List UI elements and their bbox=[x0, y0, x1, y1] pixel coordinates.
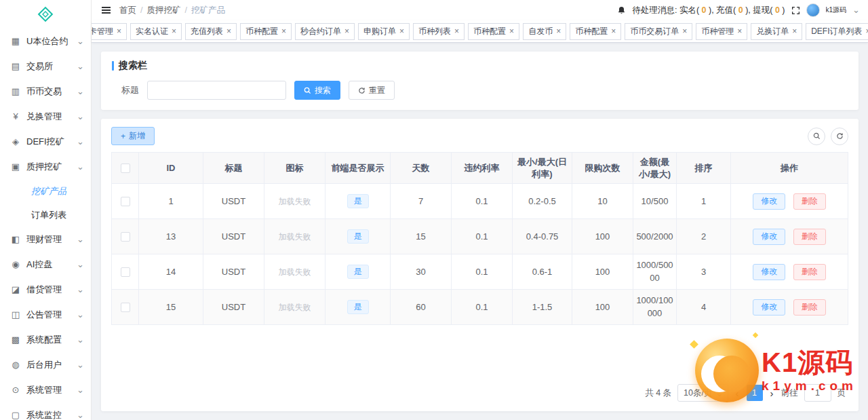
reset-button[interactable]: 重置 bbox=[349, 81, 395, 100]
sidebar-item-swap-manage[interactable]: ¥ 兑换管理 ⌄ bbox=[0, 104, 91, 129]
icon-load-failed-text: 加载失败 bbox=[278, 196, 312, 207]
tab-coin-config-2[interactable]: 币种配置× bbox=[468, 23, 519, 40]
close-icon[interactable]: × bbox=[792, 27, 797, 35]
tab-coin-list[interactable]: 币种列表× bbox=[413, 23, 465, 40]
tab-self-coin[interactable]: 自发币× bbox=[523, 23, 566, 40]
bell-icon[interactable] bbox=[617, 6, 626, 15]
row-checkbox[interactable] bbox=[121, 267, 130, 277]
tab-subscribe-orders[interactable]: 申购订单× bbox=[358, 23, 410, 40]
avatar[interactable] bbox=[806, 3, 820, 17]
breadcrumb-parent[interactable]: 质押挖矿 bbox=[146, 5, 180, 16]
close-icon[interactable]: × bbox=[281, 27, 286, 35]
col-title: 标题 bbox=[203, 153, 264, 184]
close-icon[interactable]: × bbox=[611, 27, 616, 35]
col-days: 天数 bbox=[391, 153, 452, 184]
cell-id: 15 bbox=[139, 290, 203, 325]
pending-messages[interactable]: 待处理消息: 实名( 0 ), 充值( 0 ), 提现( 0 ) bbox=[632, 5, 785, 16]
tab-coin-config-3[interactable]: 币种配置× bbox=[570, 23, 621, 40]
delete-button[interactable]: 删除 bbox=[793, 264, 826, 280]
delete-button[interactable]: 删除 bbox=[793, 229, 826, 245]
sidebar-item-ai-control[interactable]: ◉ AI控盘 ⌄ bbox=[0, 252, 91, 277]
close-icon[interactable]: × bbox=[344, 27, 349, 35]
sidebar-item-staking-mining[interactable]: ▣ 质押挖矿 ⌄ bbox=[0, 154, 91, 179]
tab-realname[interactable]: 实名认证× bbox=[130, 23, 182, 40]
hamburger-icon[interactable] bbox=[100, 5, 113, 16]
fullscreen-icon[interactable] bbox=[791, 6, 800, 15]
row-checkbox[interactable] bbox=[121, 232, 130, 242]
tab-deposit-list[interactable]: 充值列表× bbox=[185, 23, 237, 40]
app-root: ▦ U本位合约 ⌄ ▤ 交易所 ⌄ ▥ 币币交易 ⌄ ¥ 兑换管理 ⌄ ◈ DE… bbox=[0, 0, 868, 420]
table-search-toggle[interactable] bbox=[808, 128, 825, 145]
sidebar-subitem-mining-product[interactable]: 挖矿产品 bbox=[0, 179, 91, 203]
add-button[interactable]: + 新增 bbox=[111, 127, 155, 145]
page-size-select[interactable]: 10条/页 ⌄ bbox=[677, 384, 728, 402]
icon-load-failed-text: 加载失败 bbox=[278, 302, 312, 313]
edit-button[interactable]: 修改 bbox=[753, 193, 785, 210]
sidebar-item-system-manage[interactable]: ⊙ 系统管理 ⌄ bbox=[0, 377, 91, 402]
pending-realname-count: 0 bbox=[702, 5, 707, 15]
sidebar-item-coin-trade[interactable]: ▥ 币币交易 ⌄ bbox=[0, 79, 91, 104]
sidebar-item-usdt-contract[interactable]: ▦ U本位合约 ⌄ bbox=[0, 28, 91, 54]
chevron-down-icon[interactable]: ⌄ bbox=[852, 7, 860, 13]
page-title: 搜索栏 bbox=[119, 60, 147, 72]
delete-button[interactable]: 删除 bbox=[793, 193, 826, 210]
delete-button[interactable]: 删除 bbox=[793, 299, 826, 316]
cell-title: USDT bbox=[203, 219, 264, 254]
close-icon[interactable]: × bbox=[399, 27, 404, 35]
table-row: 15 USDT 加载失败 是 60 0.1 1-1.5 100 1000/100… bbox=[112, 290, 848, 325]
cell-title: USDT bbox=[203, 254, 264, 290]
table-refresh-button[interactable] bbox=[831, 128, 848, 145]
sidebar-subitem-order-list[interactable]: 订单列表 bbox=[0, 203, 91, 227]
sidebar-item-admin-users[interactable]: ◍ 后台用户 ⌄ bbox=[0, 352, 91, 377]
tab-coin-config-1[interactable]: 币种配置× bbox=[240, 23, 292, 40]
goto-page-input[interactable] bbox=[804, 384, 831, 402]
col-sort: 排序 bbox=[677, 153, 731, 184]
tab-label: 币种列表 bbox=[418, 26, 451, 37]
breadcrumb-home[interactable]: 首页 bbox=[119, 5, 136, 16]
app-logo[interactable] bbox=[0, 0, 91, 28]
tab-defi-orders[interactable]: DEFI订单列表× bbox=[806, 23, 868, 40]
tab-second-contract-orders[interactable]: 秒合约订单× bbox=[295, 23, 355, 40]
search-button[interactable]: 搜索 bbox=[294, 81, 340, 100]
sidebar-item-system-config[interactable]: ▩ 系统配置 ⌄ bbox=[0, 327, 91, 352]
next-page-button[interactable]: › bbox=[769, 387, 775, 399]
refresh-icon bbox=[358, 87, 366, 94]
edit-button[interactable]: 修改 bbox=[753, 299, 785, 316]
chevron-down-icon: ⌄ bbox=[77, 164, 84, 170]
edit-button[interactable]: 修改 bbox=[753, 264, 785, 280]
close-icon[interactable]: × bbox=[556, 27, 561, 35]
close-icon[interactable]: × bbox=[509, 27, 514, 35]
select-all-checkbox[interactable] bbox=[121, 164, 130, 173]
sidebar-item-lending-manage[interactable]: ◪ 借贷管理 ⌄ bbox=[0, 277, 91, 302]
chevron-down-icon: ⌄ bbox=[77, 262, 84, 267]
row-checkbox[interactable] bbox=[121, 197, 130, 206]
close-icon[interactable]: × bbox=[172, 27, 176, 35]
chevron-down-icon: ⌄ bbox=[77, 337, 84, 343]
tab-swap-orders[interactable]: 兑换订单× bbox=[751, 23, 802, 40]
close-icon[interactable]: × bbox=[682, 27, 687, 35]
sidebar-item-exchange[interactable]: ▤ 交易所 ⌄ bbox=[0, 54, 91, 79]
close-icon[interactable]: × bbox=[737, 27, 742, 35]
sidebar-item-label: 系统管理 bbox=[26, 384, 77, 396]
tab-bankcard[interactable]: 行卡管理× bbox=[92, 23, 127, 40]
table-row: 14 USDT 加载失败 是 30 0.1 0.6-1 100 1000/500… bbox=[112, 254, 848, 290]
breadcrumb-separator: / bbox=[184, 5, 186, 15]
sidebar-item-defi-mining[interactable]: ◈ DEFI挖矿 ⌄ bbox=[0, 129, 91, 154]
topbar-right: 待处理消息: 实名( 0 ), 充值( 0 ), 提现( 0 ) k1源码 ⌄ bbox=[617, 3, 860, 17]
close-icon[interactable]: × bbox=[866, 27, 868, 35]
prev-page-button[interactable]: ‹ bbox=[734, 387, 741, 399]
tab-coin-manage[interactable]: 币种管理× bbox=[696, 23, 747, 40]
chevron-down-icon: ⌄ bbox=[77, 312, 84, 318]
current-page-button[interactable]: 1 bbox=[747, 385, 763, 401]
edit-button[interactable]: 修改 bbox=[753, 229, 785, 245]
close-icon[interactable]: × bbox=[454, 27, 459, 35]
close-icon[interactable]: × bbox=[117, 27, 121, 35]
tab-spot-orders[interactable]: 币币交易订单× bbox=[625, 23, 692, 40]
cell-days: 15 bbox=[391, 219, 452, 254]
title-input[interactable] bbox=[147, 81, 286, 100]
sidebar-item-announcement[interactable]: ◫ 公告管理 ⌄ bbox=[0, 302, 91, 327]
row-checkbox[interactable] bbox=[121, 303, 130, 312]
sidebar-item-finance-manage[interactable]: ◧ 理财管理 ⌄ bbox=[0, 227, 91, 252]
close-icon[interactable]: × bbox=[226, 27, 231, 35]
sidebar-item-system-monitor[interactable]: ▢ 系统监控 ⌄ bbox=[0, 402, 91, 420]
